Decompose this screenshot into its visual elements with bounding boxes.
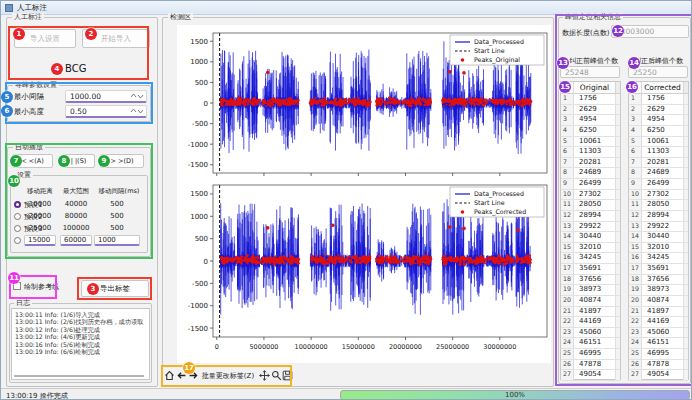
export-labels-button[interactable]: 导出标签 (81, 280, 149, 297)
table-row[interactable]: 926499 (561, 179, 620, 190)
table-row[interactable]: 1430440 (561, 232, 620, 243)
pre-correction-count-field[interactable]: 25248 (560, 66, 620, 78)
table-row[interactable]: 824689 (561, 168, 620, 179)
original-peaks-table[interactable]: Original 1175622629349544625051006161130… (560, 81, 621, 380)
min-interval-spinbox[interactable]: 1000.00 (65, 90, 147, 103)
table-row[interactable]: 11756 (561, 94, 620, 105)
min-height-spinbox[interactable]: 0.50 (65, 105, 147, 118)
table-row[interactable]: 1532010 (629, 243, 688, 254)
autoplay-forward-button[interactable]: > >(D) (100, 154, 144, 168)
table-row[interactable]: 1634245 (561, 253, 620, 264)
svg-text:1500: 1500 (190, 38, 208, 46)
table-row[interactable]: 2345060 (629, 328, 688, 339)
table-row[interactable]: 1228994 (629, 211, 688, 222)
table-row[interactable]: 1532010 (561, 243, 620, 254)
table-row[interactable]: 1938973 (561, 285, 620, 296)
table-row[interactable]: 34954 (629, 115, 688, 126)
corrected-peaks-table[interactable]: Corrected 117562262934954462505100616113… (628, 81, 689, 380)
peak-value: 46151 (642, 338, 683, 348)
table-row[interactable]: 22629 (629, 105, 688, 116)
preset-custom-input[interactable]: 15000 (24, 235, 56, 246)
preset-value: 500 (95, 200, 139, 208)
table-row[interactable]: 1735691 (561, 264, 620, 275)
table-row[interactable]: 2141897 (561, 307, 620, 318)
table-row[interactable]: 2749054 (629, 370, 688, 381)
table-row[interactable]: 1837656 (629, 275, 688, 286)
table-row[interactable]: 2749054 (561, 370, 620, 381)
save-icon[interactable] (282, 370, 293, 381)
table-row[interactable]: 720281 (561, 158, 620, 169)
preset-custom-input[interactable]: 60000 (60, 235, 92, 246)
table-row[interactable]: 1128050 (561, 200, 620, 211)
table-row[interactable]: 2647878 (561, 360, 620, 371)
table-row[interactable]: 1430440 (629, 232, 688, 243)
table-row[interactable]: 1329922 (561, 222, 620, 233)
min-height-value: 0.50 (66, 107, 130, 116)
table-row[interactable]: 824689 (629, 168, 688, 179)
table-row[interactable]: 611303 (629, 147, 688, 158)
table-row[interactable]: 11756 (629, 94, 688, 105)
table-row[interactable]: 1027302 (629, 190, 688, 201)
table-row[interactable]: 1228994 (561, 211, 620, 222)
chart-peaks-original[interactable]: 150010005000-500-1000-1500Data_Processed… (177, 27, 551, 177)
table-row[interactable]: 1938973 (629, 285, 688, 296)
table-row[interactable]: 2141897 (629, 307, 688, 318)
preset-custom-input[interactable]: 1000 (94, 235, 140, 246)
chart-peaks-corrected[interactable]: 150010005000-500-1000-150005000000100000… (177, 179, 551, 357)
log-line: 13:00:12 Info: (4/6)更新完成 (12, 333, 149, 340)
log-output[interactable]: 13:00:11 Info: (1/6)导入完成13:00:11 Info: (… (11, 308, 150, 380)
table-row[interactable]: 510061 (629, 137, 688, 148)
table-row[interactable]: 2546995 (561, 349, 620, 360)
autoplay-pause-button[interactable]: | |(S) (62, 154, 95, 168)
table-row[interactable]: 2244169 (561, 317, 620, 328)
reference-line-checkbox[interactable] (13, 282, 21, 290)
log-line: 13:00:11 Info: (2/6)找到历史存档，成功读取 (12, 318, 149, 325)
table-row[interactable]: 1634245 (629, 253, 688, 264)
peak-value: 49054 (642, 370, 683, 380)
autoplay-back-button[interactable]: < <(A) (12, 154, 53, 168)
peak-value: 1756 (574, 94, 615, 104)
spinner-arrows-icon[interactable] (130, 107, 144, 115)
col-header-max-range: 最大范围 (61, 187, 91, 196)
table-row[interactable]: 2040874 (629, 296, 688, 307)
table-row[interactable]: 2345060 (561, 328, 620, 339)
preset-radio[interactable] (14, 225, 21, 232)
table-row[interactable]: 926499 (629, 179, 688, 190)
preset-radio[interactable] (14, 213, 21, 220)
table-row[interactable]: 46250 (629, 126, 688, 137)
table-row[interactable]: 510061 (561, 137, 620, 148)
table-row[interactable]: 611303 (561, 147, 620, 158)
back-arrow-icon[interactable] (176, 370, 187, 381)
table-row[interactable]: 2546995 (629, 349, 688, 360)
start-import-button[interactable]: 开始导入 (82, 29, 150, 48)
table-row[interactable]: 1837656 (561, 275, 620, 286)
corrected-table-scrollbar[interactable] (683, 82, 688, 93)
forward-arrow-icon[interactable] (188, 370, 199, 381)
table-row[interactable]: 22629 (561, 105, 620, 116)
post-correction-count-field[interactable]: 25250 (628, 66, 688, 78)
original-table-scrollbar[interactable] (615, 82, 620, 93)
table-row[interactable]: 46250 (561, 126, 620, 137)
table-row[interactable]: 2446151 (561, 338, 620, 349)
table-row[interactable]: 720281 (629, 158, 688, 169)
table-row[interactable]: 2244169 (629, 317, 688, 328)
preset-radio[interactable] (14, 237, 21, 244)
table-row[interactable]: 2647878 (629, 360, 688, 371)
pan-icon[interactable] (259, 370, 270, 381)
preset-radio[interactable] (14, 201, 21, 208)
table-row[interactable]: 34954 (561, 115, 620, 126)
batch-change-labels-button[interactable]: 批量更改标签(Z) (200, 369, 256, 383)
zoom-icon[interactable] (271, 370, 282, 381)
spinner-arrows-icon[interactable] (130, 92, 144, 100)
table-row[interactable]: 1329922 (629, 222, 688, 233)
data-length-field[interactable]: 33003000 (611, 25, 689, 38)
table-row[interactable]: 1128050 (629, 200, 688, 211)
table-row[interactable]: 1027302 (561, 190, 620, 201)
table-row[interactable]: 2040874 (561, 296, 620, 307)
log-scrollbar[interactable] (14, 375, 144, 377)
home-icon[interactable] (164, 370, 175, 381)
preset-value: 10000 (25, 200, 55, 208)
import-settings-button[interactable]: 导入设置 (14, 29, 76, 48)
table-row[interactable]: 1735691 (629, 264, 688, 275)
table-row[interactable]: 2446151 (629, 338, 688, 349)
